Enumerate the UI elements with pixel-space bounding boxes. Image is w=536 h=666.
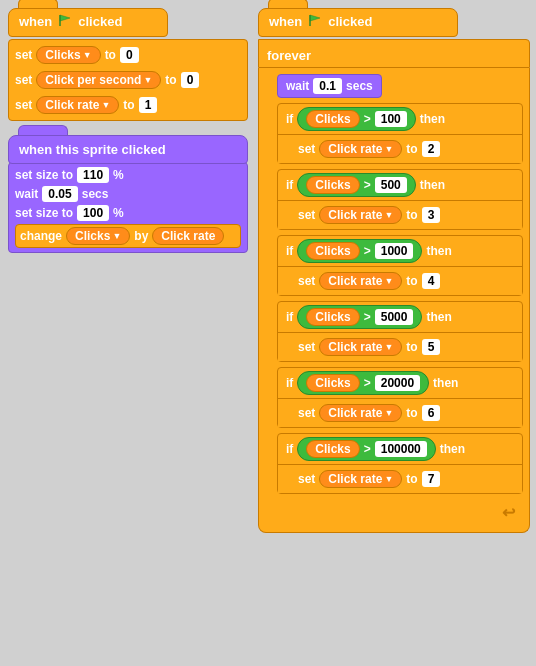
if-header-5: if Clicks > 100000 then [278,434,522,464]
if-header-2: if Clicks > 1000 then [278,236,522,266]
dropdown-arrow: ▼ [83,50,92,60]
hat1-container: when clicked set Clicks ▼ to 0 [8,8,248,121]
set-size-110-block[interactable]: set size to 110 % [15,167,241,183]
forever-end: ↩ [277,499,523,526]
threshold-0[interactable]: 100 [375,111,407,127]
if-body-5: set Click rate ▼ to 7 [278,464,522,493]
if-block-4: if Clicks > 20000 then set Click rate ▼ [277,367,523,428]
if-block-3: if Clicks > 5000 then set Click rate ▼ [277,301,523,362]
dropdown-arrow: ▼ [112,231,121,241]
when-flag-clicked-hat[interactable]: when clicked [8,8,168,37]
right-clicked-label: clicked [328,14,372,29]
if-body-1: set Click rate ▼ to 3 [278,200,522,229]
if-body-3: set Click rate ▼ to 5 [278,332,522,361]
right-column: when clicked forever wait 0.1 secs if [258,8,530,533]
condition-1[interactable]: Clicks > 500 [297,173,415,197]
when-label: when [19,14,52,29]
size-110-value[interactable]: 110 [77,167,109,183]
dropdown-arrow: ▼ [143,75,152,85]
cr-pill-5[interactable]: Click rate ▼ [319,470,402,488]
cr-pill-4[interactable]: Click rate ▼ [319,404,402,422]
cr-value-3[interactable]: 5 [422,339,441,355]
clicks-var-pill[interactable]: Clicks ▼ [36,46,100,64]
clicked-label: clicked [78,14,122,29]
set-cr-0[interactable]: set Click rate ▼ to 2 [298,138,514,160]
if-header-0: if Clicks > 100 then [278,104,522,134]
set-clicks-block[interactable]: set Clicks ▼ to 0 [15,44,241,66]
wait-value[interactable]: 0.05 [42,186,77,202]
threshold-3[interactable]: 5000 [375,309,414,325]
clicks-var-0[interactable]: Clicks [306,110,359,128]
condition-0[interactable]: Clicks > 100 [297,107,415,131]
set-cps-block[interactable]: set Click per second ▼ to 0 [15,69,241,91]
wait-01-block[interactable]: wait 0.1 secs [277,74,382,98]
hat2-container: when this sprite clicked set size to 110… [8,135,248,253]
threshold-1[interactable]: 500 [375,177,407,193]
sprite-hat-label: when this sprite clicked [19,142,166,157]
condition-4[interactable]: Clicks > 20000 [297,371,429,395]
clicks-var-1[interactable]: Clicks [306,176,359,194]
threshold-5[interactable]: 100000 [375,441,427,457]
wait-01-value[interactable]: 0.1 [313,78,342,94]
change-clicks-var[interactable]: Clicks ▼ [66,227,130,245]
if-header-1: if Clicks > 500 then [278,170,522,200]
if-block-1: if Clicks > 500 then set Click rate ▼ [277,169,523,230]
if-block-2: if Clicks > 1000 then set Click rate ▼ [277,235,523,296]
change-by-clickrate[interactable]: Click rate [152,227,224,245]
cps-var-pill[interactable]: Click per second ▼ [36,71,161,89]
cr-pill-0[interactable]: Click rate ▼ [319,140,402,158]
set-size-100-block[interactable]: set size to 100 % [15,205,241,221]
right-flag-icon [308,13,322,30]
left-column: when clicked set Clicks ▼ to 0 [8,8,248,253]
if-header-3: if Clicks > 5000 then [278,302,522,332]
condition-5[interactable]: Clicks > 100000 [297,437,435,461]
if-body-2: set Click rate ▼ to 4 [278,266,522,295]
set-cr-1[interactable]: set Click rate ▼ to 3 [298,204,514,226]
set-cr-4[interactable]: set Click rate ▼ to 6 [298,402,514,424]
change-clicks-block[interactable]: change Clicks ▼ by Click rate [15,224,241,248]
cr-value-5[interactable]: 7 [422,471,441,487]
right-when-flag-clicked[interactable]: when clicked [258,8,458,37]
clickrate-var-pill[interactable]: Click rate ▼ [36,96,119,114]
set-cr-3[interactable]: set Click rate ▼ to 5 [298,336,514,358]
cr-pill-2[interactable]: Click rate ▼ [319,272,402,290]
right-hat-container: when clicked [258,8,530,41]
flag-icon [58,13,72,30]
hat2-blocks: set size to 110 % wait 0.05 secs set siz… [8,162,248,253]
forever-body: wait 0.1 secs if Clicks > 100 then set [258,68,530,533]
loop-arrow: ↩ [502,503,515,522]
wait-block-left[interactable]: wait 0.05 secs [15,186,241,202]
forever-label: forever [267,44,521,67]
set-cr-5[interactable]: set Click rate ▼ to 7 [298,468,514,490]
cr-pill-3[interactable]: Click rate ▼ [319,338,402,356]
condition-2[interactable]: Clicks > 1000 [297,239,422,263]
cr-pill-1[interactable]: Click rate ▼ [319,206,402,224]
cps-value[interactable]: 0 [181,72,200,88]
svg-marker-0 [60,15,70,21]
set-clickrate-block[interactable]: set Click rate ▼ to 1 [15,94,241,116]
if-block-5: if Clicks > 100000 then set Click rate ▼ [277,433,523,494]
size-100-value[interactable]: 100 [77,205,109,221]
svg-marker-2 [310,15,320,21]
cr-value-4[interactable]: 6 [422,405,441,421]
if-body-4: set Click rate ▼ to 6 [278,398,522,427]
clicks-var-2[interactable]: Clicks [306,242,359,260]
condition-3[interactable]: Clicks > 5000 [297,305,422,329]
if-body-0: set Click rate ▼ to 2 [278,134,522,163]
forever-block: forever [258,39,530,68]
clicks-var-5[interactable]: Clicks [306,440,359,458]
when-sprite-clicked-hat[interactable]: when this sprite clicked [8,135,248,164]
clicks-value[interactable]: 0 [120,47,139,63]
clicks-var-3[interactable]: Clicks [306,308,359,326]
if-header-4: if Clicks > 20000 then [278,368,522,398]
cr-value-1[interactable]: 3 [422,207,441,223]
threshold-4[interactable]: 20000 [375,375,420,391]
threshold-2[interactable]: 1000 [375,243,414,259]
set-cr-2[interactable]: set Click rate ▼ to 4 [298,270,514,292]
right-when-label: when [269,14,302,29]
dropdown-arrow: ▼ [101,100,110,110]
clicks-var-4[interactable]: Clicks [306,374,359,392]
clickrate-value[interactable]: 1 [139,97,158,113]
cr-value-0[interactable]: 2 [422,141,441,157]
cr-value-2[interactable]: 4 [422,273,441,289]
